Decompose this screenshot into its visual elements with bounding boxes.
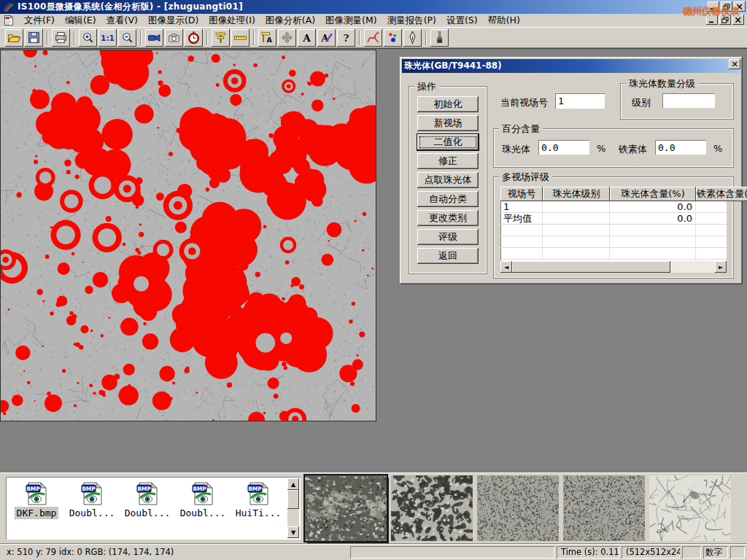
annotate-icon[interactable]: A	[317, 29, 336, 47]
table-header-1[interactable]: 视场号	[500, 187, 543, 201]
current-field-input[interactable]	[555, 93, 605, 109]
op-button-8[interactable]: 评级	[417, 229, 479, 245]
file-item-Doubl...[interactable]: BMPDoubl...	[66, 481, 118, 518]
op-button-5[interactable]: 点取珠光体	[417, 172, 479, 188]
print-icon[interactable]	[52, 29, 70, 47]
thumbnail-1[interactable]	[305, 475, 387, 541]
curve-tool-icon[interactable]	[364, 29, 382, 47]
rating-table[interactable]: 视场号珠光体级别珠光体含量(%)铁素体含量(%)10.0平均值0.0	[500, 187, 727, 265]
table-cell: 平均值	[500, 213, 543, 224]
dialog-close-icon[interactable]	[729, 59, 740, 69]
percent-group: 百分含量 珠光体 % 铁素体 %	[493, 128, 734, 168]
thumbnail-3[interactable]	[477, 475, 559, 541]
file-name: Doubl...	[68, 508, 117, 518]
scroll-left-icon[interactable]: ◄	[500, 261, 512, 273]
table-cell	[696, 213, 747, 224]
document-icon[interactable]	[3, 15, 15, 26]
file-name: Doubl...	[123, 508, 172, 518]
table-row[interactable]	[500, 248, 727, 260]
application-window: IS100显微摄像系统(金相分析版) - [zhuguangti01] 德州仪器…	[0, 0, 747, 560]
file-item-Doubl...[interactable]: BMPDoubl...	[121, 481, 174, 518]
op-button-9[interactable]: 返回	[417, 248, 479, 264]
status-blank-1	[350, 546, 554, 559]
dialog-title-bar[interactable]: 珠光体(GB/T9441-88)	[402, 59, 740, 73]
op-button-6[interactable]: 自动分类	[417, 191, 479, 207]
measure-text-icon[interactable]: A	[258, 29, 276, 47]
caliper-icon[interactable]	[212, 29, 230, 47]
app-icon	[3, 1, 15, 12]
scroll-down-icon[interactable]: ▼	[287, 526, 299, 538]
file-browser[interactable]: BMPDKF.bmpBMPBMPDoubl...BMPBMPDoubl...BM…	[6, 477, 301, 540]
menu-items: 文件(F)编辑(E)查看(V)图像显示(D)图像处理(I)图像分析(A)图像测量…	[19, 13, 525, 28]
open-icon[interactable]	[5, 29, 23, 47]
status-position: x: 510 y: 79 idx: 0 RGB: (174, 174, 174)	[2, 546, 348, 559]
grading-level-input[interactable]	[662, 93, 715, 108]
op-button-1[interactable]: 初始化	[417, 96, 479, 112]
operation-group: 操作 初始化新视场二值化修正点取珠光体自动分类更改类别评级返回	[409, 86, 487, 274]
zoom-out-icon[interactable]	[118, 29, 136, 47]
scroll-thumb[interactable]	[287, 490, 299, 509]
move-icon[interactable]	[278, 29, 296, 47]
ferrite-percent-input[interactable]	[655, 140, 706, 155]
window-title: IS100显微摄像系统(金相分析版) - [zhuguangti01]	[18, 1, 243, 13]
menu-item-5[interactable]: 图像处理(I)	[204, 13, 260, 28]
svg-text:BMP: BMP	[248, 486, 262, 492]
op-button-2[interactable]: 新视场	[417, 115, 479, 131]
file-item-DKF.bmp[interactable]: BMPDKF.bmp	[10, 481, 63, 518]
pearlite-dialog: 珠光体(GB/T9441-88) 操作 初始化新视场二值化修正点取珠光体自动分类…	[400, 57, 743, 284]
table-header-2[interactable]: 珠光体级别	[543, 187, 610, 201]
toolbar: 1:1AAA?	[0, 27, 747, 48]
op-button-3[interactable]: 二值化	[417, 134, 479, 150]
video-camera-icon[interactable]	[145, 29, 163, 47]
svg-text:BMP: BMP	[82, 486, 96, 492]
table-cell	[543, 236, 610, 247]
camera-icon[interactable]	[165, 29, 183, 47]
save-icon[interactable]	[25, 29, 43, 47]
timer-icon[interactable]	[185, 29, 203, 47]
file-item-HuiTi...[interactable]: BMPHuiTi...	[232, 481, 285, 518]
pen-icon[interactable]	[403, 29, 422, 47]
menu-item-6[interactable]: 图像分析(A)	[260, 13, 320, 28]
brush-icon[interactable]	[430, 29, 449, 47]
scroll-thumb[interactable]	[512, 261, 670, 273]
menu-item-10[interactable]: 帮助(H)	[483, 13, 525, 28]
menu-item-9[interactable]: 设置(S)	[441, 13, 483, 28]
text-icon[interactable]: A	[298, 29, 316, 47]
svg-text:A: A	[320, 33, 328, 44]
table-header-4[interactable]: 铁素体含量(%)	[696, 187, 747, 201]
menu-item-4[interactable]: 图像显示(D)	[143, 13, 204, 28]
menu-bar: 文件(F)编辑(E)查看(V)图像显示(D)图像处理(I)图像分析(A)图像测量…	[0, 14, 747, 27]
table-row[interactable]: 10.0	[500, 201, 727, 213]
status-bar: x: 510 y: 79 idx: 0 RGB: (174, 174, 174)…	[0, 543, 747, 560]
ruler-icon[interactable]	[231, 29, 249, 47]
table-row[interactable]	[500, 225, 727, 236]
micrograph-binarized-image[interactable]	[1, 50, 376, 421]
table-cell: 0.0	[610, 201, 696, 212]
scroll-right-icon[interactable]: ►	[715, 261, 727, 273]
table-cell	[610, 248, 696, 259]
scroll-up-icon[interactable]: ▲	[287, 478, 299, 490]
menu-item-2[interactable]: 编辑(E)	[60, 13, 101, 28]
zoom-in-icon[interactable]	[79, 29, 97, 47]
menu-item-7[interactable]: 图像测量(M)	[320, 13, 382, 28]
color-points-icon[interactable]	[384, 29, 402, 47]
table-header-3[interactable]: 珠光体含量(%)	[610, 187, 696, 201]
thumbnail-2[interactable]	[391, 475, 473, 541]
op-button-7[interactable]: 更改类别	[417, 210, 479, 226]
thumbnail-4[interactable]	[563, 475, 645, 541]
menu-item-1[interactable]: 文件(F)	[19, 13, 60, 28]
toolbar-separator	[206, 31, 208, 45]
actual-size-icon[interactable]: 1:1	[98, 29, 117, 47]
table-row[interactable]	[500, 236, 727, 248]
op-button-4[interactable]: 修正	[417, 153, 479, 169]
menu-item-3[interactable]: 查看(V)	[101, 13, 143, 28]
menu-item-8[interactable]: 测量报告(P)	[382, 13, 441, 28]
thumbnail-5[interactable]	[649, 475, 731, 541]
file-item-Doubl...[interactable]: BMPDoubl...	[177, 481, 229, 518]
table-row[interactable]: 平均值0.0	[500, 213, 727, 225]
help-icon[interactable]: ?	[337, 29, 355, 47]
pearlite-percent-input[interactable]	[538, 140, 589, 155]
file-browser-scrollbar[interactable]: ▲▼	[287, 478, 299, 538]
multi-field-group: 多视场评级 视场号珠光体级别珠光体含量(%)铁素体含量(%)10.0平均值0.0…	[493, 176, 734, 279]
table-h-scrollbar[interactable]: ◄ ►	[500, 261, 727, 273]
